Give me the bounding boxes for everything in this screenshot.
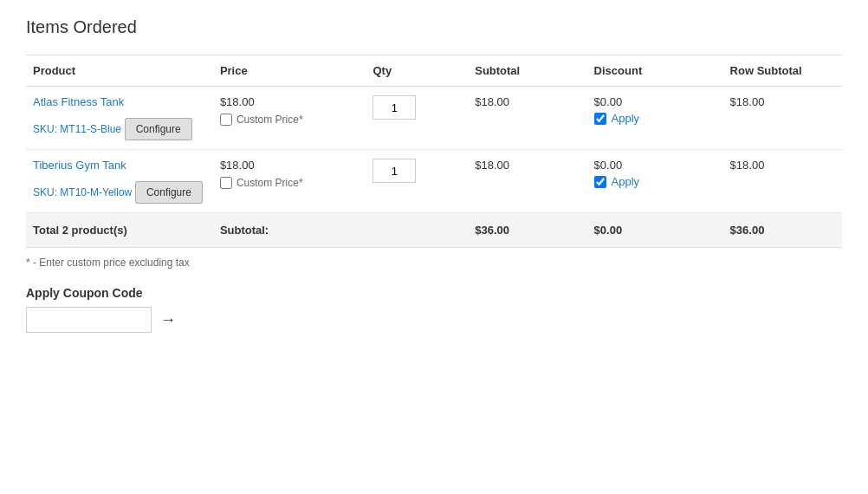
col-header-subtotal: Subtotal [468,55,586,87]
footer-empty [366,213,468,248]
subtotal-value-0: $18.00 [475,95,509,108]
coupon-apply-button[interactable]: → [160,312,176,328]
cell-row-subtotal-1: $18.00 [723,150,842,213]
discount-value-1: $0.00 [594,159,716,172]
coupon-row: → [26,307,842,333]
col-header-product: Product [26,55,213,87]
custom-price-label-0: Custom Price* [236,114,303,126]
table-row: Atlas Fitness Tank SKU: MT11-S-Blue Conf… [26,87,842,150]
items-ordered-table: Product Price Qty Subtotal Discount Row … [26,55,842,248]
coupon-input[interactable] [26,307,152,333]
footer-discount-value: $0.00 [587,213,723,248]
row-subtotal-value-1: $18.00 [730,159,765,172]
col-header-price: Price [213,55,366,87]
apply-checkbox-0[interactable] [594,113,606,125]
cell-subtotal-0: $18.00 [468,87,586,150]
col-header-row-subtotal: Row Subtotal [723,55,842,87]
product-name-link-1[interactable]: Tiberius Gym Tank [33,159,206,172]
cell-row-subtotal-0: $18.00 [723,87,842,150]
cell-discount-1: $0.00 Apply [587,150,723,213]
coupon-label: Apply Coupon Code [26,286,842,300]
product-sku-0: SKU: MT11-S-Blue [33,123,121,135]
cell-price-1: $18.00 Custom Price* [213,150,366,213]
configure-button-0[interactable]: Configure [125,118,192,140]
coupon-section: Apply Coupon Code → [26,286,842,333]
cell-qty-0 [366,87,468,150]
product-name-link-0[interactable]: Atlas Fitness Tank [33,95,206,108]
table-footer-row: Total 2 product(s) Subtotal: $36.00 $0.0… [26,213,842,248]
footer-total-label: Total 2 product(s) [26,213,213,248]
custom-price-checkbox-0[interactable] [220,114,232,126]
row-subtotal-value-0: $18.00 [730,95,765,108]
footer-subtotal-label: Subtotal: [213,213,366,248]
cell-discount-0: $0.00 Apply [587,87,723,150]
price-value-0: $18.00 [220,95,255,108]
cell-qty-1 [366,150,468,213]
apply-label-0[interactable]: Apply [612,112,640,125]
footer-subtotal-value: $36.00 [468,213,586,248]
custom-price-checkbox-1[interactable] [220,177,232,189]
apply-checkbox-1[interactable] [594,176,606,188]
cell-product-1: Tiberius Gym Tank SKU: MT10-M-Yellow Con… [26,150,213,213]
price-value-1: $18.00 [220,159,255,172]
col-header-discount: Discount [587,55,723,87]
footnote: * - Enter custom price excluding tax [26,257,842,269]
cell-product-0: Atlas Fitness Tank SKU: MT11-S-Blue Conf… [26,87,213,150]
qty-input-1[interactable] [372,159,416,183]
footer-row-subtotal-value: $36.00 [723,213,842,248]
apply-label-1[interactable]: Apply [612,175,640,188]
col-header-qty: Qty [366,55,468,87]
discount-value-0: $0.00 [594,95,716,108]
configure-button-1[interactable]: Configure [135,181,203,204]
subtotal-value-1: $18.00 [475,159,509,172]
cell-subtotal-1: $18.00 [468,150,586,213]
cell-price-0: $18.00 Custom Price* [213,87,366,150]
page-title: Items Ordered [26,17,842,37]
custom-price-label-1: Custom Price* [236,177,303,189]
table-row: Tiberius Gym Tank SKU: MT10-M-Yellow Con… [26,150,842,213]
product-sku-1: SKU: MT10-M-Yellow [33,186,132,198]
qty-input-0[interactable] [372,95,416,120]
